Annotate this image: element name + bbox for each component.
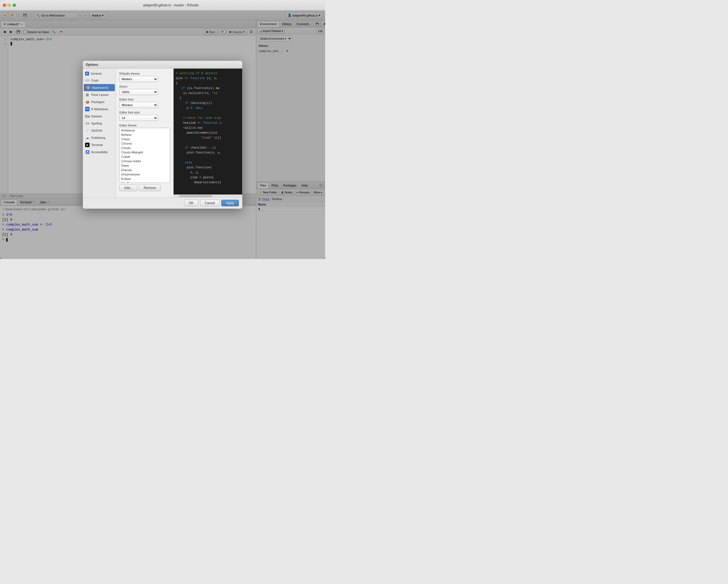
preview-line-17: plot.function( [176,165,240,170]
close-button[interactable] [3,4,6,7]
nav-item-pane-layout[interactable]: ⊞ Pane Layout [83,91,116,98]
nav-label-appearance: Appearance [92,86,108,89]
preview-line-10: hasylab <- function (. [176,121,240,125]
traffic-lights [3,4,16,7]
cancel-button[interactable]: Cancel [200,200,219,206]
preview-line-16: else [176,160,240,165]
nav-item-rmarkdown[interactable]: Rd R Markdown [83,106,116,113]
accessibility-icon: ♿ [85,150,89,154]
dialog-body: R General </> Code 🎨 Appearance ⊞ Pane L… [83,69,242,197]
theme-dawn[interactable]: Dawn [120,163,170,168]
editor-font-size-label: Editor font size: [119,111,170,114]
nav-label-pane-layout: Pane Layout [91,93,108,97]
titlebar: adajam89.github.io - master - RStudio [0,0,325,10]
theme-crimson[interactable]: Crimson Editor [120,159,170,163]
editor-font-select[interactable]: Monaco [119,102,158,108]
nav-item-general[interactable]: R General [83,70,116,77]
nav-label-packages: Packages [91,100,104,104]
rstudio-theme-label: RStudio theme: [119,72,170,75]
dialog-buttons: OK Cancel Apply [83,197,242,209]
dialog-title: Options [86,63,98,67]
nav-label-publishing: Publishing [91,136,105,139]
git-svn-icon: ⑂ [85,128,89,133]
preview-line-4: if (is.function(x) && [176,86,240,90]
editor-font-size-select[interactable]: 14 [119,115,158,121]
appearance-content: RStudio theme: Modern Zoom: 100% Editor … [116,69,173,197]
code-preview-panel: # plotting of R objects plot <- function… [173,69,242,197]
nav-item-packages[interactable]: 📦 Packages [83,98,116,106]
preview-scrollbar-thumb[interactable] [179,195,212,197]
nav-label-spelling: Spelling [91,122,102,125]
window-title: adajam89.github.io - master - RStudio [19,3,322,7]
theme-clouds[interactable]: Clouds [120,146,170,150]
nav-label-sweave: Sweave [91,114,102,118]
theme-ambiance[interactable]: Ambiance [120,128,170,133]
preview-line-14: if (hasylab(...)) [176,145,240,150]
terminal-icon: ▶ [85,143,89,147]
preview-line-20: deparse(substit [176,180,240,185]
nav-item-appearance[interactable]: 🎨 Appearance [84,84,115,91]
rmarkdown-icon: Rd [85,107,89,111]
code-preview: # plotting of R objects plot <- function… [174,69,242,194]
options-dialog: Options R General </> Code 🎨 Appearance [83,61,242,209]
preview-line-11: !all(is.na( [176,125,240,130]
preview-blank-3 [176,155,240,160]
nav-label-general: General [90,72,101,75]
preview-line-13: "ylab" )))) [176,135,240,140]
preview-line-12: pmatch(names(list [176,130,240,135]
add-theme-button[interactable]: Add... [119,185,137,191]
zoom-row: Zoom: 100% [119,85,170,95]
code-icon: </> [85,78,89,83]
theme-clouds-midnight[interactable]: Clouds Midnight [120,150,170,155]
preview-line-15: plot.function(x, y, [176,150,240,155]
preview-line-blank [176,110,240,115]
theme-eclipse[interactable]: Eclipse [120,177,170,181]
nav-label-rmarkdown: R Markdown [91,107,108,111]
editor-font-row: Editor font: Monaco [119,98,170,108]
appearance-icon: 🎨 [86,85,90,90]
nav-item-terminal[interactable]: ▶ Terminal [83,141,116,149]
preview-scrollbar[interactable] [174,194,242,197]
modal-overlay: Options R General </> Code 🎨 Appearance [0,10,325,259]
preview-line-1: # plotting of R objects [176,71,240,76]
preview-line-7: if (missing(y)) [176,101,240,106]
theme-dreamweaver[interactable]: Dreamweaver [120,172,170,177]
ok-button[interactable]: OK [184,200,198,206]
theme-chrome[interactable]: Chrome [120,141,170,146]
nav-item-git[interactable]: ⑂ Git/SVN [83,127,116,134]
theme-dracula[interactable]: Dracula [120,168,170,172]
dialog-nav: R General </> Code 🎨 Appearance ⊞ Pane L… [83,69,116,197]
preview-line-3: { [176,81,240,86]
preview-line-2: plot <- function (x, y, . [176,76,240,81]
preview-line-19: ylab = paste( [176,175,240,180]
nav-item-publishing[interactable]: ☁ Publishing [83,134,116,141]
theme-cobalt[interactable]: Cobalt [120,155,170,159]
theme-idle-fingers[interactable]: Idle Fingers [120,181,170,183]
dialog-titlebar: Options [83,61,242,69]
general-icon: R [85,72,89,76]
theme-list[interactable]: Ambiance Behave Chaos Chrome Clouds Clou… [119,128,170,183]
nav-item-sweave[interactable]: Sw Sweave [83,113,116,120]
nav-item-code[interactable]: </> Code [83,77,116,84]
nav-label-code: Code [91,79,98,82]
packages-icon: 📦 [85,100,89,104]
apply-button[interactable]: Apply [221,200,239,206]
maximize-button[interactable] [13,4,16,7]
rstudio-theme-select[interactable]: Modern [119,76,158,82]
theme-behave[interactable]: Behave [120,133,170,137]
zoom-select[interactable]: 100% [119,89,158,95]
nav-label-accessibility: Accessibility [91,151,108,154]
nav-item-spelling[interactable]: Aa Spelling [83,120,116,127]
editor-theme-label: Editor theme: [119,124,170,127]
publishing-icon: ☁ [85,135,89,140]
minimize-button[interactable] [8,4,11,7]
sweave-icon: Sw [85,114,89,118]
nav-label-terminal: Terminal [91,143,103,147]
rstudio-theme-row: RStudio theme: Modern [119,72,170,82]
theme-chaos[interactable]: Chaos [120,137,170,141]
preview-line-5: is.null(attr(x, "cl [176,90,240,96]
nav-item-accessibility[interactable]: ♿ Accessibility [83,149,116,156]
zoom-label: Zoom: [119,85,170,88]
remove-theme-button[interactable]: Remove [139,185,161,191]
preview-line-9: # check for ylab argu [176,115,240,121]
